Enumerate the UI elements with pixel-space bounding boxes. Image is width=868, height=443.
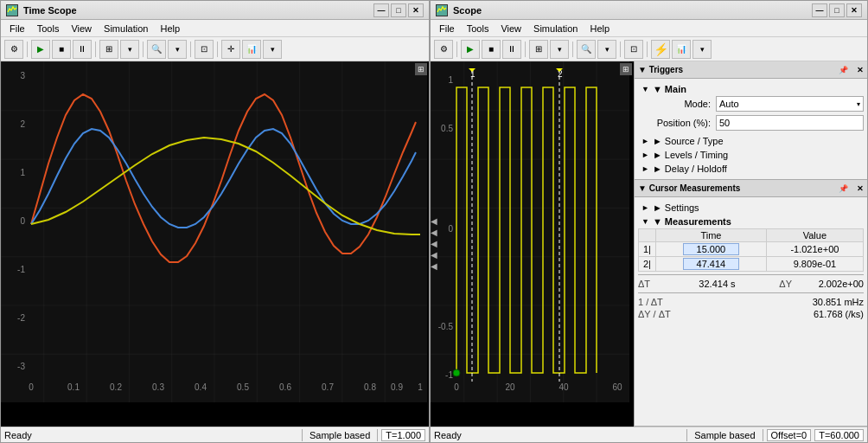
scope-tb-sep1 (456, 42, 457, 57)
time-scope-main: 3 2 1 0 -1 -2 -3 0 0.1 0.2 0.3 0.4 0.5 0… (1, 61, 429, 427)
scope-measure-btn[interactable]: 📊 (672, 40, 691, 59)
menu-tools[interactable]: Tools (32, 22, 65, 35)
delta-t-value: 32.414 s (699, 279, 735, 289)
svg-text:3: 3 (20, 71, 25, 80)
position-input[interactable] (716, 115, 864, 131)
scope-trigger-btn[interactable]: ⚡ (651, 40, 670, 59)
triggers-pin-icon[interactable]: 📌 (839, 66, 848, 74)
cursor2-time-input[interactable] (683, 258, 739, 270)
status-ready: Ready (4, 430, 298, 440)
cursor-pin-icon[interactable]: 📌 (839, 184, 848, 193)
cursor-close-icon[interactable]: ✕ (857, 184, 864, 193)
svg-text:-2: -2 (17, 313, 25, 323)
scope-layout-btn[interactable]: ⊞ (529, 40, 548, 59)
scope-pause-btn[interactable]: ⏸ (502, 40, 521, 59)
scope-stop-btn[interactable]: ■ (482, 40, 501, 59)
cursor1-value: -1.021e+00 (766, 242, 863, 257)
status-sep2 (377, 429, 378, 441)
handle-arrow2[interactable]: ◀ (431, 228, 437, 237)
cursor-btn[interactable]: ✛ (221, 40, 240, 59)
triggers-panel-header: ▼ Triggers 📌 ✕ (635, 61, 867, 79)
cursor2-time-cell (656, 257, 767, 272)
scope-expand-btn[interactable]: ⊞ (620, 63, 632, 75)
play-btn[interactable]: ▶ (31, 40, 50, 59)
source-type-row[interactable]: ► ► Source / Type (638, 134, 864, 148)
scope-window-controls: — □ ✕ (812, 3, 862, 17)
delay-holdoff-label: ► Delay / Holdoff (653, 164, 727, 174)
measure-btn[interactable]: 📊 (242, 40, 261, 59)
handle-arrow3[interactable]: ◀ (431, 240, 437, 248)
scope-statusbar: Ready Sample based Offset=0 T=60.000 (431, 427, 867, 442)
scope-zoom-btn[interactable]: 🔍 (577, 40, 596, 59)
menu-help[interactable]: Help (155, 22, 185, 35)
scope-menu-file[interactable]: File (434, 22, 460, 35)
zoom-dropdown[interactable]: ▾ (168, 40, 187, 59)
scope-menu-simulation[interactable]: Simulation (528, 22, 583, 35)
scope-autoscale-btn[interactable]: ⊡ (624, 40, 643, 59)
autoscale-btn[interactable]: ⊡ (195, 40, 214, 59)
svg-text:-0.5: -0.5 (438, 322, 454, 331)
zoom-in-btn[interactable]: 🔍 (147, 40, 166, 59)
handle-arrow4[interactable]: ◀ (431, 251, 437, 260)
scope-play-btn[interactable]: ▶ (461, 40, 480, 59)
svg-text:0.8: 0.8 (364, 382, 376, 392)
triggers-close-icon[interactable]: ✕ (857, 66, 864, 74)
scope-status-ready: Ready (434, 430, 683, 440)
svg-text:0.1: 0.1 (67, 382, 80, 392)
menu-file[interactable]: File (4, 22, 30, 35)
one-over-dt-row: 1 / ΔT 30.851 mHz (638, 296, 864, 308)
measurements-arrow: ▼ (641, 217, 649, 226)
scope-zoom-dropdown[interactable]: ▾ (597, 40, 616, 59)
handle-arrow5[interactable]: ◀ (431, 262, 437, 271)
scope-measure-dropdown[interactable]: ▾ (692, 40, 712, 59)
scope-tb-sep5 (647, 42, 648, 57)
col-time-header: Time (656, 229, 767, 242)
scope-settings-btn[interactable]: ⚙ (434, 40, 453, 59)
scope-menu-help[interactable]: Help (584, 22, 615, 35)
close-button[interactable]: ✕ (408, 3, 424, 17)
svg-text:0.7: 0.7 (322, 382, 334, 392)
svg-text:40: 40 (558, 382, 569, 392)
scope-menu-view[interactable]: View (495, 22, 527, 35)
svg-rect-21 (431, 61, 629, 402)
time-scope-toolbar: ⚙ ▶ ■ ⏸ ⊞ ▾ 🔍 ▾ ⊡ ✛ 📊 ▾ (1, 37, 429, 61)
pause-btn[interactable]: ⏸ (73, 40, 92, 59)
svg-text:0.5: 0.5 (441, 124, 453, 133)
scope-toolbar: ⚙ ▶ ■ ⏸ ⊞ ▾ 🔍 ▾ ⊡ ⚡ 📊 ▾ (431, 37, 867, 61)
mode-select[interactable]: Auto ▾ (716, 96, 864, 112)
delay-holdoff-row[interactable]: ► ► Delay / Holdoff (638, 162, 864, 176)
measurements-row[interactable]: ▼ ▼ Measurements (638, 215, 864, 228)
time-scope-plot[interactable]: 3 2 1 0 -1 -2 -3 0 0.1 0.2 0.3 0.4 0.5 0… (1, 61, 429, 427)
layout-btn[interactable]: ⊞ (99, 40, 118, 59)
cursor2-row: 2| 9.809e-01 (639, 257, 864, 272)
measure-dropdown[interactable]: ▾ (263, 40, 282, 59)
settings-row[interactable]: ► ► Settings (638, 201, 864, 215)
handle-arrow1[interactable]: ◀ (431, 217, 437, 226)
minimize-button[interactable]: — (373, 3, 389, 17)
maximize-button[interactable]: □ (391, 3, 406, 17)
tb-sep5 (217, 42, 218, 57)
menu-view[interactable]: View (66, 22, 97, 35)
cursor1-time-input[interactable] (683, 243, 739, 255)
svg-text:2: 2 (20, 119, 25, 129)
scope-menu-tools[interactable]: Tools (462, 22, 495, 35)
time-scope-menubar: File Tools View Simulation Help (1, 20, 429, 37)
tb-sep3 (143, 42, 144, 57)
scope-minimize-button[interactable]: — (812, 3, 827, 17)
scope-close-button[interactable]: ✕ (846, 3, 862, 17)
menu-simulation[interactable]: Simulation (99, 22, 153, 35)
scope-maximize-button[interactable]: □ (829, 3, 845, 17)
scope-status-sep2 (763, 429, 763, 441)
main-section[interactable]: ▼ ▼ Main (638, 82, 864, 96)
stop-btn[interactable]: ■ (52, 40, 71, 59)
layout-dropdown[interactable]: ▾ (120, 40, 139, 59)
scope-titlebar: Scope — □ ✕ (431, 1, 867, 20)
cursor1-time-cell (656, 242, 767, 257)
levels-timing-row[interactable]: ► ► Levels / Timing (638, 148, 864, 162)
expand-plot-btn[interactable]: ⊞ (415, 63, 427, 75)
settings-btn[interactable]: ⚙ (4, 40, 23, 59)
cursor1-index: 1| (639, 242, 656, 257)
scope-plot[interactable]: 1 0.5 0 -0.5 -1 0 20 40 60 1 (431, 61, 634, 427)
scope-layout-dropdown[interactable]: ▾ (550, 40, 569, 59)
scope-icon (436, 4, 448, 16)
